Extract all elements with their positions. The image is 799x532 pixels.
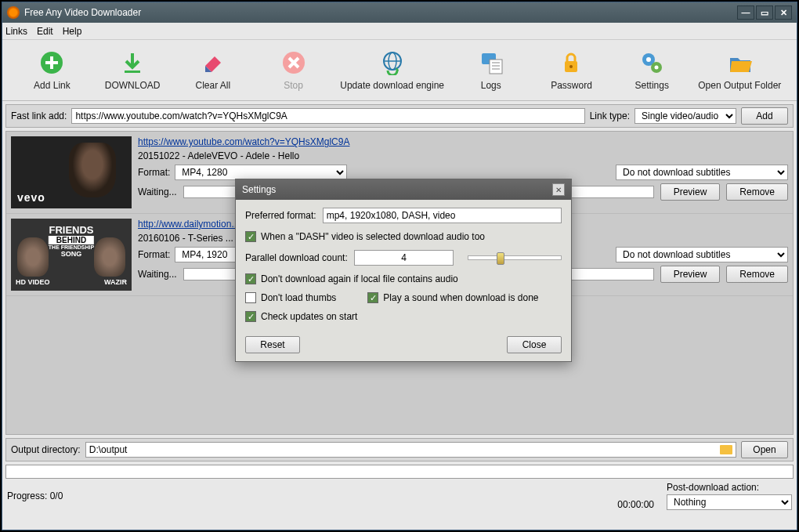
subtitles-select[interactable]: Do not download subtitles <box>616 165 788 180</box>
svg-point-14 <box>646 57 651 62</box>
preview-button[interactable]: Preview <box>660 183 721 201</box>
plus-icon <box>39 50 64 75</box>
progress-label: Progress: 0/0 <box>7 490 63 501</box>
parallel-count-input[interactable] <box>354 250 454 266</box>
reset-button[interactable]: Reset <box>245 336 300 353</box>
svg-point-16 <box>655 65 659 69</box>
output-dir-input[interactable]: D:\output <box>85 442 736 458</box>
play-sound-label: Play a sound when download is done <box>383 292 538 303</box>
svg-rect-7 <box>490 60 502 74</box>
app-icon <box>7 6 20 19</box>
svg-point-12 <box>569 65 573 68</box>
open-button[interactable]: Open <box>741 441 788 458</box>
preferred-format-input[interactable] <box>323 208 562 223</box>
item-url[interactable]: https://www.youtube.com/watch?v=YQHsXMgl… <box>138 136 788 147</box>
status-text: Waiting... <box>138 186 177 197</box>
link-type-label: Link type: <box>590 110 630 121</box>
thumbnail: FRIENDS BEHIND THE FRIENDSHIP SONG HD VI… <box>11 219 132 291</box>
preview-button[interactable]: Preview <box>660 266 721 283</box>
eraser-icon <box>201 50 226 75</box>
dialog-close-button[interactable]: ✕ <box>552 183 565 196</box>
format-label: Format: <box>138 249 170 260</box>
parallel-count-label: Parallel download count: <box>245 252 348 263</box>
settings-dialog: Settings ✕ Preferred format: ✓ When a "D… <box>235 179 572 362</box>
fast-link-bar: Fast link add: Link type: Single video/a… <box>5 104 794 128</box>
stop-icon <box>281 50 306 75</box>
check-updates-label: Check updates on start <box>261 311 357 322</box>
add-button[interactable]: Add <box>741 107 788 125</box>
open-output-folder-button[interactable]: Open Output Folder <box>692 43 787 98</box>
remove-button[interactable]: Remove <box>726 183 788 201</box>
dont-redownload-checkbox[interactable]: ✓ <box>245 273 256 284</box>
fast-link-input[interactable] <box>71 108 584 124</box>
status-bar: Progress: 0/0 00:00:00 Post-download act… <box>5 465 794 510</box>
close-button[interactable]: Close <box>507 336 562 353</box>
remove-button[interactable]: Remove <box>726 266 788 283</box>
gear-icon <box>639 50 664 75</box>
check-updates-checkbox[interactable]: ✓ <box>245 311 256 322</box>
app-title: Free Any Video Downloader <box>24 7 737 18</box>
elapsed-time: 00:00:00 <box>617 499 654 510</box>
dash-audio-checkbox[interactable]: ✓ <box>245 231 256 242</box>
format-select[interactable]: MP4, 1280 <box>175 165 347 180</box>
item-title: 20151022 - AdeleVEVO - Adele - Hello <box>138 150 788 161</box>
minimize-button[interactable]: — <box>737 5 754 20</box>
output-dir-label: Output directory: <box>11 444 81 455</box>
menubar: Links Edit Help <box>2 23 797 40</box>
stop-button[interactable]: Stop <box>253 43 334 98</box>
folder-icon[interactable] <box>720 445 732 454</box>
titlebar: Free Any Video Downloader — ▭ ✕ <box>2 2 797 23</box>
close-button[interactable]: ✕ <box>775 5 792 20</box>
lock-icon <box>559 50 584 75</box>
format-label: Format: <box>138 167 170 178</box>
update-engine-button[interactable]: Update download engine <box>334 43 450 98</box>
link-type-select[interactable]: Single video/audio <box>634 108 736 124</box>
fast-link-label: Fast link add: <box>11 110 67 121</box>
download-button[interactable]: DOWNLOAD <box>92 43 173 98</box>
status-text: Waiting... <box>138 269 177 280</box>
password-button[interactable]: Password <box>531 43 612 98</box>
add-link-button[interactable]: Add Link <box>12 43 92 98</box>
dash-audio-label: When a "DASH" video is selected download… <box>261 231 485 242</box>
parallel-count-slider[interactable] <box>468 255 562 260</box>
play-sound-checkbox[interactable]: ✓ <box>367 292 378 303</box>
subtitles-select[interactable]: Do not download subtitles <box>616 247 788 262</box>
globe-refresh-icon <box>380 50 405 75</box>
dialog-titlebar: Settings ✕ <box>236 179 571 200</box>
output-directory-bar: Output directory: D:\output Open <box>5 438 794 461</box>
svg-rect-1 <box>125 71 140 73</box>
menu-edit[interactable]: Edit <box>37 26 53 37</box>
menu-links[interactable]: Links <box>5 26 27 37</box>
dont-load-thumbs-checkbox[interactable] <box>245 292 256 303</box>
post-download-label: Post-download action: <box>667 482 759 493</box>
post-download-select[interactable]: Nothing <box>667 494 792 510</box>
logs-button[interactable]: Logs <box>450 43 531 98</box>
dont-load-thumbs-label: Don't load thumbs <box>261 292 336 303</box>
overall-progress-bar <box>5 465 794 479</box>
clear-all-button[interactable]: Clear All <box>172 43 253 98</box>
menu-help[interactable]: Help <box>63 26 82 37</box>
logs-icon <box>479 50 504 75</box>
preferred-format-label: Preferred format: <box>245 210 316 221</box>
download-icon <box>120 50 145 75</box>
thumbnail: vevo <box>11 136 132 208</box>
maximize-button[interactable]: ▭ <box>756 5 773 20</box>
dont-redownload-label: Don't download again if local file conta… <box>261 273 458 284</box>
folder-open-icon <box>727 50 752 75</box>
toolbar: Add Link DOWNLOAD Clear All Stop Update … <box>2 40 797 101</box>
settings-button[interactable]: Settings <box>612 43 692 98</box>
